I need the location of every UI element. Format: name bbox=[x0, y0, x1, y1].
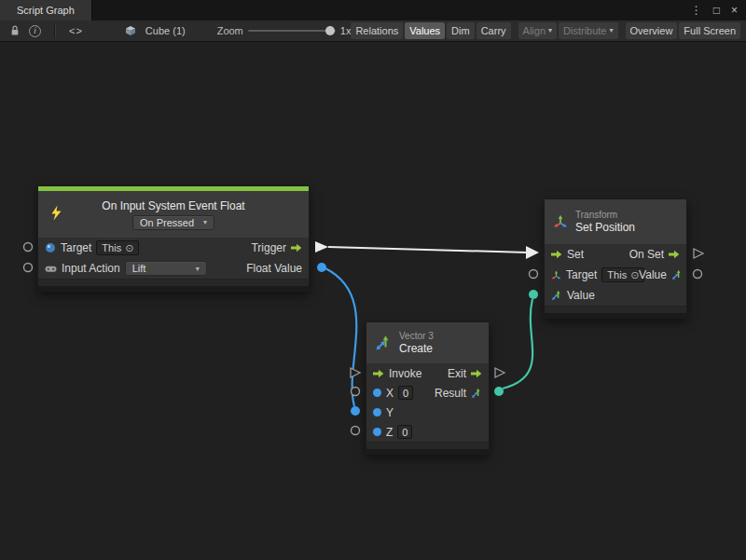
flow-arrow-icon bbox=[551, 250, 562, 259]
distribute-button[interactable]: Distribute▾ bbox=[559, 22, 617, 39]
row-inputaction-floatvalue: Input Action Lift ▾ Float Value bbox=[38, 258, 309, 279]
relations-label: Relations bbox=[355, 25, 398, 36]
invoke-label: Invoke bbox=[389, 367, 421, 380]
flow-arrow-icon bbox=[669, 250, 680, 259]
vector3-icon bbox=[471, 388, 482, 399]
gameobject-icon bbox=[45, 242, 56, 253]
close-icon[interactable]: × bbox=[731, 5, 738, 16]
transform-icon bbox=[553, 214, 568, 229]
exit-label: Exit bbox=[448, 367, 466, 380]
target-object-chip[interactable]: This ⊙ bbox=[96, 240, 139, 255]
transform-node-title: Set Position bbox=[575, 221, 635, 236]
transform-node-type: Transform bbox=[575, 209, 635, 221]
set-label: Set bbox=[567, 248, 584, 261]
row-z: Z 0 bbox=[366, 422, 489, 442]
vector-node-body: Invoke Exit X 0 Result Y bbox=[366, 363, 489, 442]
transform-target-value: This bbox=[607, 269, 627, 280]
toolbar-separator bbox=[54, 24, 55, 37]
fullscreen-label: Full Screen bbox=[684, 25, 736, 36]
float-type-icon bbox=[373, 428, 381, 436]
cube-icon bbox=[125, 25, 136, 36]
row-invoke-exit: Invoke Exit bbox=[366, 363, 489, 383]
window-titlebar: Script Graph ⋮ □ × bbox=[0, 0, 746, 20]
toolbar-buttons: Relations Values Dim Carry Align▾ Distri… bbox=[351, 22, 740, 39]
menu-icon[interactable]: ⋮ bbox=[691, 5, 702, 16]
target-object-value: This bbox=[102, 242, 121, 253]
gamepad-icon bbox=[45, 265, 57, 273]
chevron-down-icon: ▾ bbox=[196, 265, 200, 273]
flow-arrow-icon bbox=[291, 243, 302, 253]
zoom-label: Zoom bbox=[217, 25, 243, 36]
tab-label: Script Graph bbox=[17, 5, 75, 16]
float-value-label: Float Value bbox=[246, 262, 302, 275]
lock-icon[interactable] bbox=[10, 25, 20, 36]
zoom-slider-track bbox=[248, 30, 336, 32]
chevron-down-icon: ▾ bbox=[610, 27, 614, 35]
transform-node-footer bbox=[545, 306, 686, 318]
node-transform-set-position[interactable]: Transform Set Position Set On Set Target… bbox=[544, 198, 687, 319]
value-out-label: Value bbox=[639, 268, 667, 281]
node-on-input-system-event-float[interactable]: On Input System Event Float On Pressed ▾… bbox=[37, 185, 310, 292]
relations-button[interactable]: Relations bbox=[351, 22, 403, 39]
values-button[interactable]: Values bbox=[405, 22, 445, 39]
vector-node-type: Vector 3 bbox=[399, 330, 434, 342]
row-set-onset: Set On Set bbox=[545, 244, 686, 265]
object-name: Cube (1) bbox=[145, 25, 186, 36]
x-label: X bbox=[386, 387, 394, 400]
vector-node-title: Create bbox=[399, 342, 434, 357]
result-label: Result bbox=[435, 387, 466, 400]
zoom-slider-handle[interactable] bbox=[325, 26, 335, 35]
dim-label: Dim bbox=[451, 25, 470, 36]
flow-arrow-icon bbox=[471, 369, 482, 378]
event-mode-value: On Pressed bbox=[140, 217, 194, 228]
event-node-footer bbox=[38, 279, 309, 291]
maximize-icon[interactable]: □ bbox=[713, 5, 720, 16]
zoom-slider[interactable] bbox=[248, 25, 336, 36]
chevron-down-icon: ▾ bbox=[548, 27, 552, 35]
node-vector3-create[interactable]: Vector 3 Create Invoke Exit X 0 Result bbox=[366, 321, 490, 455]
vector3-icon bbox=[375, 335, 392, 351]
code-icon[interactable]: <> bbox=[69, 25, 83, 36]
input-action-label: Input Action bbox=[62, 262, 120, 275]
object-picker-icon: ⊙ bbox=[630, 269, 639, 281]
y-label: Y bbox=[386, 406, 394, 419]
fullscreen-button[interactable]: Full Screen bbox=[679, 22, 740, 39]
carry-button[interactable]: Carry bbox=[477, 22, 511, 39]
row-target-value: Target This ⊙ Value bbox=[545, 265, 686, 285]
row-x-result: X 0 Result bbox=[366, 383, 489, 403]
dim-button[interactable]: Dim bbox=[447, 22, 475, 39]
row-value-in: Value bbox=[545, 285, 686, 306]
info-icon[interactable]: i bbox=[29, 25, 41, 37]
row-y: Y bbox=[366, 403, 489, 422]
overview-button[interactable]: Overview bbox=[626, 22, 678, 39]
z-value-field[interactable]: 0 bbox=[397, 425, 412, 439]
vector3-icon bbox=[671, 269, 683, 280]
chevron-down-icon: ▾ bbox=[203, 218, 207, 226]
graph-object-selector[interactable]: Cube (1) bbox=[120, 25, 186, 36]
tab-script-graph[interactable]: Script Graph bbox=[0, 0, 92, 20]
target-label: Target bbox=[61, 241, 91, 254]
row-target-trigger: Target This ⊙ Trigger bbox=[38, 238, 309, 258]
x-value-field[interactable]: 0 bbox=[398, 386, 413, 400]
event-node-header: On Input System Event Float On Pressed ▾ bbox=[38, 191, 309, 238]
on-set-label: On Set bbox=[629, 248, 664, 261]
transform-target-label: Target bbox=[566, 268, 597, 281]
vector-node-header: Vector 3 Create bbox=[366, 322, 489, 363]
window-controls: ⋮ □ × bbox=[691, 5, 746, 16]
lightning-icon bbox=[49, 206, 63, 224]
overview-label: Overview bbox=[630, 25, 673, 36]
info-icon-glyph: i bbox=[35, 26, 36, 35]
transform-icon bbox=[551, 270, 561, 280]
align-label: Align bbox=[523, 25, 546, 36]
z-label: Z bbox=[386, 426, 393, 439]
graph-toolbar: i <> Cube (1) Zoom 1x Relations Values D… bbox=[0, 20, 746, 42]
values-label: Values bbox=[409, 25, 440, 36]
flow-arrow-icon bbox=[373, 369, 384, 378]
float-type-icon bbox=[373, 408, 381, 417]
event-mode-dropdown[interactable]: On Pressed ▾ bbox=[132, 215, 214, 230]
transform-node-header: Transform Set Position bbox=[545, 199, 686, 244]
distribute-label: Distribute bbox=[563, 25, 606, 36]
input-action-dropdown[interactable]: Lift ▾ bbox=[125, 261, 207, 276]
value-in-label: Value bbox=[567, 289, 595, 302]
align-button[interactable]: Align▾ bbox=[518, 22, 557, 39]
